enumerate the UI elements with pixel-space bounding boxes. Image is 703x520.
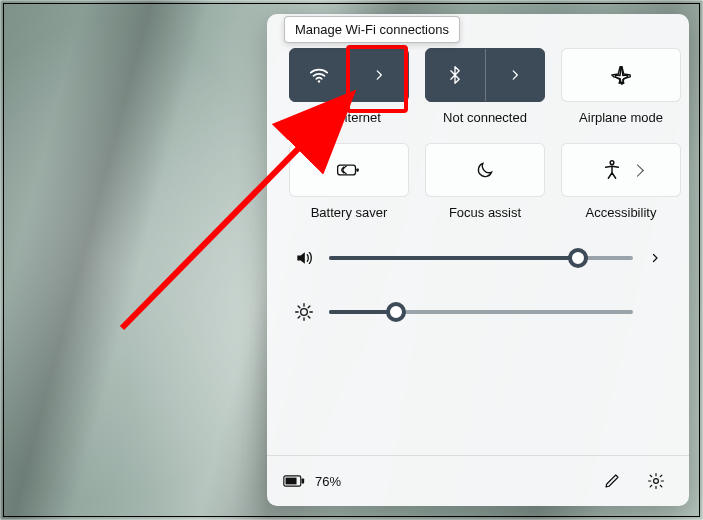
chevron-right-icon	[508, 68, 522, 82]
volume-slider[interactable]	[329, 256, 633, 260]
settings-button[interactable]	[639, 464, 673, 498]
focus-assist-tile[interactable]	[425, 143, 545, 197]
accessibility-tile-wrap: Accessibility	[561, 143, 681, 220]
bluetooth-tile-label: Not connected	[443, 110, 527, 125]
wifi-icon	[308, 64, 330, 86]
battery-saver-icon	[336, 160, 362, 180]
chevron-right-icon	[631, 164, 644, 177]
wifi-tile-label: No internet	[317, 110, 381, 125]
brightness-slider[interactable]	[329, 310, 633, 314]
sliders-section	[267, 230, 689, 330]
brightness-icon[interactable]	[293, 302, 315, 322]
speaker-icon[interactable]	[293, 248, 315, 268]
volume-slider-thumb[interactable]	[568, 248, 588, 268]
pencil-icon	[603, 472, 621, 490]
airplane-tile[interactable]	[561, 48, 681, 102]
edit-button[interactable]	[595, 464, 629, 498]
svg-rect-15	[302, 478, 305, 483]
svg-line-11	[308, 316, 310, 318]
svg-rect-3	[356, 168, 358, 171]
wifi-tile-wrap: No internet	[289, 48, 409, 125]
bluetooth-toggle-half[interactable]	[426, 49, 485, 101]
quick-settings-panel: No internet	[267, 14, 689, 506]
accessibility-icon	[601, 159, 623, 181]
svg-point-17	[654, 479, 659, 484]
wifi-tile[interactable]	[289, 48, 409, 102]
battery-saver-tile-label: Battery saver	[311, 205, 388, 220]
battery-saver-tile-wrap: Battery saver	[289, 143, 409, 220]
brightness-slider-row	[293, 302, 663, 322]
svg-point-1	[318, 80, 320, 82]
bluetooth-tile-wrap: Not connected	[425, 48, 545, 125]
accessibility-tile-label: Accessibility	[586, 205, 657, 220]
quick-settings-footer: 76%	[267, 455, 689, 506]
wifi-manage-tooltip: Manage Wi-Fi connections	[284, 16, 460, 43]
battery-saver-tile[interactable]	[289, 143, 409, 197]
wifi-manage-half[interactable]	[350, 49, 409, 101]
wifi-toggle-half[interactable]	[290, 49, 349, 101]
tooltip-text: Manage Wi-Fi connections	[295, 22, 449, 37]
moon-icon	[475, 160, 495, 180]
brightness-slider-thumb[interactable]	[386, 302, 406, 322]
accessibility-tile[interactable]	[561, 143, 681, 197]
gear-icon	[647, 472, 665, 490]
svg-rect-16	[286, 478, 297, 485]
volume-slider-fill	[329, 256, 578, 260]
svg-line-12	[298, 316, 300, 318]
airplane-icon	[610, 64, 632, 86]
svg-point-4	[610, 161, 614, 165]
svg-line-10	[298, 306, 300, 308]
focus-assist-tile-wrap: Focus assist	[425, 143, 545, 220]
bluetooth-tile[interactable]	[425, 48, 545, 102]
airplane-tile-label: Airplane mode	[579, 110, 663, 125]
bluetooth-manage-half[interactable]	[486, 49, 545, 101]
svg-point-5	[301, 309, 308, 316]
airplane-tile-wrap: Airplane mode	[561, 48, 681, 125]
battery-percent-text[interactable]: 76%	[315, 474, 341, 489]
volume-slider-row	[293, 248, 663, 268]
chevron-right-icon	[372, 68, 386, 82]
focus-assist-tile-label: Focus assist	[449, 205, 521, 220]
volume-more-button[interactable]	[647, 252, 663, 264]
bluetooth-icon	[445, 65, 465, 85]
svg-line-13	[308, 306, 310, 308]
quick-settings-tiles: No internet	[267, 14, 689, 230]
battery-icon[interactable]	[283, 474, 305, 488]
